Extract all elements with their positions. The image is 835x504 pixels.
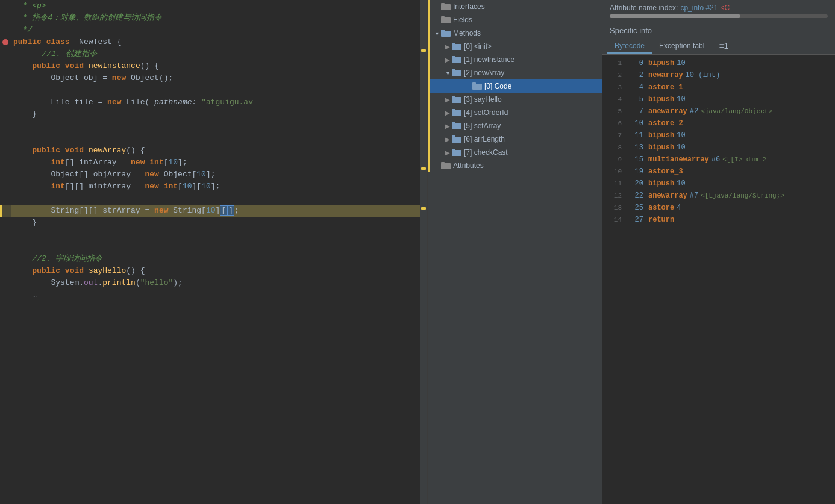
tree-item-arrlength[interactable]: ▶ [6] arrLength <box>428 132 602 146</box>
bc-arg: 10 <box>677 179 685 188</box>
bc-offset: 22 <box>627 191 643 200</box>
svg-rect-23 <box>452 149 455 151</box>
folder-icon <box>452 55 461 64</box>
tree-item-init[interactable]: ▶ [0] <init> <box>428 40 602 53</box>
tree-item-setorderid[interactable]: ▶ [4] setOrderId <box>428 106 602 119</box>
bc-offset: 15 <box>627 155 643 164</box>
code-line: //1. 创建指令 <box>0 48 427 60</box>
tree-item-sayhello[interactable]: ▶ [3] sayHello <box>428 93 602 106</box>
bc-line-4: 4 5 bipush 10 <box>602 93 835 105</box>
tree-item-code[interactable]: [0] Code <box>428 79 602 93</box>
tree-label-init: [0] <init> <box>464 42 492 51</box>
folder-icon <box>452 148 461 157</box>
bc-linenum: 7 <box>610 132 622 139</box>
svg-rect-21 <box>452 135 455 137</box>
yellow-bar <box>428 0 430 172</box>
code-content: } <box>11 217 422 229</box>
bc-line-9: 9 15 multianewarray #6 <[[I> dim 2 <box>602 154 835 166</box>
bc-arg: #6 <box>711 155 720 164</box>
tree-item-attributes[interactable]: Attributes <box>428 159 602 172</box>
code-line: Object obj = new Object(); <box>0 72 427 84</box>
code-line <box>0 229 427 241</box>
bc-instruction: bipush <box>648 131 674 140</box>
bc-linenum: 5 <box>610 108 622 115</box>
tree-label-setorderid: [4] setOrderId <box>464 108 508 117</box>
tree-item-checkcast[interactable]: ▶ [7] checkCast <box>428 146 602 159</box>
svg-rect-10 <box>452 70 461 76</box>
bc-instruction: astore <box>648 204 674 212</box>
code-area: * <p> * 指令4：对象、数组的创建与访问指令 */ public clas… <box>0 0 427 301</box>
tree-item-interfaces[interactable]: Interfaces <box>428 0 602 13</box>
bc-offset: 13 <box>627 143 643 152</box>
folder-icon <box>441 16 451 24</box>
tree-label-setarray: [5] setArray <box>464 122 501 130</box>
code-content: public void newArray() { <box>11 145 422 157</box>
code-line: public class NewTest { <box>0 36 427 48</box>
bc-instruction: anewarray <box>648 107 687 116</box>
tree-item-fields[interactable]: Fields <box>428 13 602 26</box>
code-content: * 指令4：对象、数组的创建与访问指令 <box>11 12 422 24</box>
arrow-right-icon: ▶ <box>443 96 452 103</box>
bc-ref: <[[I> dim 2 <box>722 156 766 163</box>
bc-instruction: astore_3 <box>648 167 683 176</box>
svg-rect-11 <box>452 69 455 71</box>
bc-linenum: 3 <box>610 84 622 91</box>
tree-panel-inner: Interfaces Fields ▾ Methods <box>428 0 602 172</box>
svg-rect-6 <box>452 44 461 50</box>
bc-instruction: astore_2 <box>648 119 683 128</box>
svg-rect-14 <box>452 97 461 103</box>
code-line: … <box>0 289 427 301</box>
right-panel: Interfaces Fields ▾ Methods <box>428 0 835 504</box>
code-line <box>0 193 427 205</box>
code-line-highlighted: String[][] strArray = new String[10][]; <box>0 205 427 217</box>
code-content <box>11 120 422 132</box>
svg-rect-13 <box>472 82 476 84</box>
bytecode-header: Attribute name index: cp_info #21 <C <box>602 0 835 22</box>
bc-offset: 11 <box>627 131 643 140</box>
svg-rect-20 <box>452 137 461 143</box>
bc-line-3: 3 4 astore_1 <box>602 81 835 93</box>
code-content: File file = new File( pathname: "atguigu… <box>11 96 422 108</box>
tab-options[interactable]: ≡1 <box>711 39 736 54</box>
code-content: public void newInstance() { <box>11 60 422 72</box>
bc-arg: 10 <box>677 131 685 140</box>
tree-item-setarray[interactable]: ▶ [5] setArray <box>428 119 602 132</box>
bc-ref: <[Ljava/lang/String;> <box>701 192 784 199</box>
code-content: Object obj = new Object(); <box>11 72 422 84</box>
code-line: public void sayHello() { <box>0 265 427 277</box>
tree-item-newarray[interactable]: ▾ [2] newArray <box>428 66 602 79</box>
bc-linenum: 12 <box>610 192 622 199</box>
attr-name-suffix: <C <box>720 4 730 12</box>
tree-item-newinstance[interactable]: ▶ [1] newInstance <box>428 53 602 66</box>
bc-line-11: 11 20 bipush 10 <box>602 178 835 190</box>
bc-arg: 4 <box>677 204 681 212</box>
svg-rect-8 <box>452 57 461 63</box>
code-content: public class NewTest { <box>11 36 422 48</box>
tab-bytecode[interactable]: Bytecode <box>607 39 652 54</box>
code-content: String[][] strArray = new String[10][]; <box>11 205 422 217</box>
bc-linenum: 1 <box>610 60 622 67</box>
code-content: public void sayHello() { <box>11 265 422 277</box>
code-content: int[] intArray = new int[10]; <box>11 157 422 169</box>
tree-item-methods[interactable]: ▾ Methods <box>428 26 602 40</box>
code-panel: * <p> * 指令4：对象、数组的创建与访问指令 */ public clas… <box>0 0 428 504</box>
tree-label-code: [0] Code <box>484 82 511 90</box>
arrow-right-icon: ▶ <box>443 43 452 50</box>
code-content: Object[] objArray = new Object[10]; <box>11 169 422 181</box>
code-line: * <p> <box>0 0 427 12</box>
svg-rect-7 <box>452 43 455 45</box>
bc-line-12: 12 22 anewarray #7 <[Ljava/lang/String;> <box>602 190 835 202</box>
bc-linenum: 14 <box>610 216 622 223</box>
code-content <box>11 229 422 241</box>
bc-instruction: bipush <box>648 95 674 104</box>
code-line: public void newInstance() { <box>0 60 427 72</box>
svg-rect-12 <box>472 84 482 90</box>
bc-line-8: 8 13 bipush 10 <box>602 142 835 154</box>
tab-exception-table[interactable]: Exception tabl <box>652 39 711 54</box>
code-content <box>11 84 422 96</box>
bc-offset: 19 <box>627 167 643 176</box>
arrow-right-icon: ▶ <box>443 136 452 143</box>
svg-rect-22 <box>452 150 461 156</box>
bc-offset: 25 <box>627 204 643 212</box>
tree-label-arrlength: [6] arrLength <box>464 135 505 143</box>
